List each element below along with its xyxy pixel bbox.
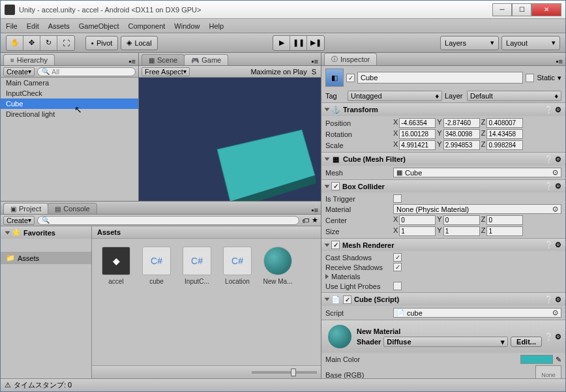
pos-x-input[interactable] [399, 118, 436, 128]
search-filter-icon[interactable]: 🏷 [302, 217, 309, 224]
size-x-input[interactable] [399, 226, 436, 236]
play-button[interactable]: ▶ [273, 36, 290, 50]
close-button[interactable]: ✕ [531, 3, 561, 16]
maximize-button[interactable]: ☐ [512, 3, 531, 16]
project-create-dropdown[interactable]: Create ▾ [3, 216, 35, 225]
size-z-input[interactable] [486, 226, 523, 236]
gear-icon[interactable]: ⚙ [555, 155, 561, 164]
eyedropper-icon[interactable]: ✎ [556, 355, 561, 364]
help-icon[interactable]: ❔ [544, 333, 554, 341]
asset-item[interactable]: New Ma... [261, 247, 294, 285]
move-tool-button[interactable]: ✥ [23, 36, 40, 50]
meshfilter-header[interactable]: ▦ Cube (Mesh Filter) ❔⚙ [321, 153, 565, 166]
asset-item[interactable]: C#cube [140, 247, 173, 285]
asset-item[interactable]: C#InputC... [181, 247, 213, 285]
hand-tool-button[interactable]: ✋ [7, 36, 23, 50]
gear-icon[interactable]: ⚙ [555, 333, 561, 341]
scale-tool-button[interactable]: ⛶ [57, 36, 74, 50]
pos-y-input[interactable] [443, 118, 480, 128]
menu-window[interactable]: Window [174, 22, 200, 30]
hierarchy-item[interactable]: Directional light [1, 109, 138, 119]
panel-menu-icon[interactable]: ▪≡ [309, 206, 321, 214]
hierarchy-item-selected[interactable]: Cube [1, 98, 138, 109]
layer-dropdown[interactable]: Default♦ [467, 91, 561, 101]
pivot-toggle[interactable]: ▪Pivot [85, 36, 118, 50]
menu-edit[interactable]: Edit [27, 22, 39, 30]
panel-menu-icon[interactable]: ▪≡ [554, 57, 565, 65]
menu-file[interactable]: File [6, 22, 18, 30]
center-z-input[interactable] [486, 215, 523, 225]
pos-z-input[interactable] [486, 118, 523, 128]
lightprobes-checkbox[interactable] [393, 282, 402, 290]
tab-console[interactable]: ▤ Console [48, 203, 97, 214]
static-dropdown-icon[interactable]: ▾ [558, 74, 561, 82]
scl-x-input[interactable] [399, 140, 436, 150]
meshrenderer-enabled-checkbox[interactable] [331, 241, 340, 249]
gameobject-name-input[interactable] [357, 72, 523, 83]
help-icon[interactable]: ❔ [544, 295, 554, 304]
materials-foldout[interactable] [325, 274, 329, 279]
tab-project[interactable]: ▣ Project [3, 203, 48, 214]
asset-item[interactable]: C#Location [221, 247, 254, 285]
edit-shader-button[interactable]: Edit... [511, 337, 542, 347]
material-header[interactable]: New Material Shader Diffuse▾ Edit... ❔⚙ [321, 320, 565, 353]
asset-size-slider[interactable] [252, 371, 317, 374]
favorites-header[interactable]: ⭐ Favorites [1, 226, 91, 239]
menu-help[interactable]: Help [209, 22, 224, 30]
shader-dropdown[interactable]: Diffuse▾ [383, 337, 508, 347]
center-x-input[interactable] [399, 215, 436, 225]
layers-dropdown[interactable]: Layers▾ [440, 36, 499, 50]
panel-menu-icon[interactable]: ▪≡ [309, 57, 321, 65]
script-enabled-checkbox[interactable] [343, 295, 351, 304]
rot-z-input[interactable] [486, 129, 523, 139]
rot-y-input[interactable] [443, 129, 480, 139]
hierarchy-search-input[interactable]: 🔍All [37, 67, 136, 76]
center-y-input[interactable] [443, 215, 480, 225]
search-type-icon[interactable]: ★ [312, 216, 318, 224]
menu-component[interactable]: Component [128, 22, 165, 30]
aspect-dropdown[interactable]: Free Aspect ▾ [142, 67, 190, 76]
hierarchy-create-dropdown[interactable]: Create ▾ [3, 67, 35, 76]
main-color-swatch[interactable] [520, 355, 553, 364]
script-header[interactable]: 📄 Cube (Script) ❔⚙ [321, 293, 565, 306]
script-field[interactable]: 📄 cube⊙ [393, 308, 561, 318]
assets-breadcrumb[interactable]: Assets [92, 226, 321, 239]
istrigger-checkbox[interactable] [393, 194, 402, 203]
menu-assets[interactable]: Assets [48, 22, 70, 30]
gear-icon[interactable]: ⚙ [555, 295, 561, 304]
minimize-button[interactable]: ─ [492, 3, 512, 16]
rotate-tool-button[interactable]: ↻ [40, 36, 57, 50]
boxcollider-header[interactable]: Box Collider ❔⚙ [321, 180, 565, 192]
scl-z-input[interactable] [486, 140, 523, 150]
static-checkbox[interactable] [526, 74, 534, 82]
mesh-field[interactable]: ▦ Cube⊙ [393, 168, 561, 177]
help-icon[interactable]: ❔ [544, 182, 554, 190]
help-icon[interactable]: ❔ [544, 155, 554, 164]
transform-header[interactable]: ⚓ Transform ❔⚙ [321, 103, 565, 116]
boxcollider-enabled-checkbox[interactable] [331, 182, 340, 190]
scl-y-input[interactable] [443, 140, 480, 150]
project-search-input[interactable]: 🔍 [37, 216, 299, 225]
meshrenderer-header[interactable]: Mesh Renderer ❔⚙ [321, 239, 565, 251]
castshadows-checkbox[interactable] [393, 253, 402, 262]
gear-icon[interactable]: ⚙ [555, 106, 561, 114]
pause-button[interactable]: ❚❚ [290, 36, 307, 50]
tab-scene[interactable]: ▦ Scene [142, 54, 185, 65]
tag-dropdown[interactable]: Untagged♦ [348, 91, 442, 101]
size-y-input[interactable] [443, 226, 480, 236]
hierarchy-item[interactable]: Main Camera [1, 78, 138, 88]
help-icon[interactable]: ❔ [544, 241, 554, 249]
tab-hierarchy[interactable]: ≡ Hierarchy [3, 54, 55, 65]
physmaterial-field[interactable]: None (Physic Material)⊙ [393, 204, 561, 214]
panel-menu-icon[interactable]: ▪≡ [127, 57, 138, 65]
menu-gameobject[interactable]: GameObject [79, 22, 119, 30]
assets-folder[interactable]: 📁 Assets [1, 252, 91, 264]
step-button[interactable]: ▶❚ [307, 36, 324, 50]
hierarchy-item[interactable]: InputCheck [1, 88, 138, 98]
asset-item[interactable]: ◆accel [100, 247, 132, 285]
gear-icon[interactable]: ⚙ [555, 241, 561, 249]
texture-slot[interactable]: None [535, 365, 561, 378]
help-icon[interactable]: ❔ [544, 106, 554, 114]
active-checkbox[interactable] [346, 74, 355, 82]
receiveshadows-checkbox[interactable] [393, 263, 402, 271]
